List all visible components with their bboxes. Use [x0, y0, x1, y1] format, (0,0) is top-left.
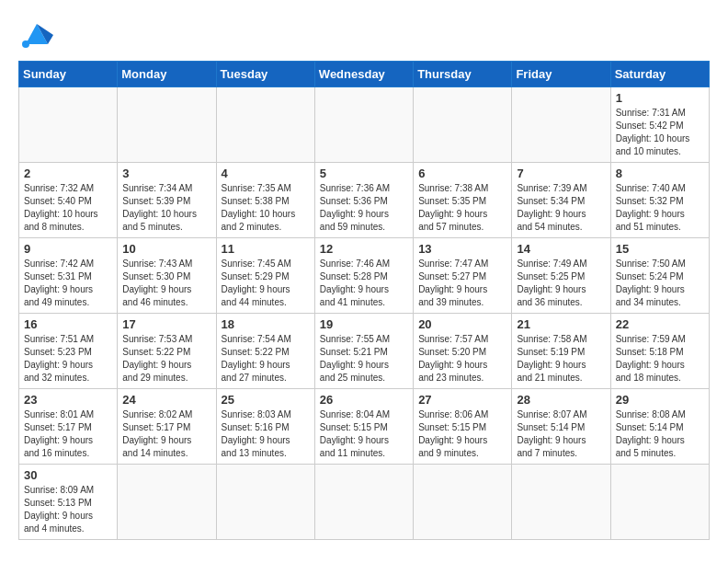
day-number: 19	[320, 317, 408, 331]
calendar-cell	[216, 465, 314, 540]
calendar-cell	[512, 87, 610, 163]
day-number: 17	[122, 317, 210, 331]
weekday-header-saturday: Saturday	[610, 62, 709, 87]
day-info: Sunrise: 7:50 AM Sunset: 5:24 PM Dayligh…	[616, 258, 704, 309]
week-row-6: 30Sunrise: 8:09 AM Sunset: 5:13 PM Dayli…	[19, 465, 710, 540]
day-info: Sunrise: 7:38 AM Sunset: 5:35 PM Dayligh…	[418, 182, 506, 234]
day-number: 5	[320, 167, 408, 180]
day-info: Sunrise: 8:07 AM Sunset: 5:14 PM Dayligh…	[517, 408, 605, 460]
day-info: Sunrise: 8:02 AM Sunset: 5:17 PM Dayligh…	[122, 408, 210, 460]
day-number: 7	[517, 167, 605, 180]
day-info: Sunrise: 7:47 AM Sunset: 5:27 PM Dayligh…	[418, 258, 506, 309]
day-number: 26	[320, 393, 408, 407]
day-info: Sunrise: 8:03 AM Sunset: 5:16 PM Dayligh…	[222, 408, 310, 460]
weekday-header-wednesday: Wednesday	[314, 62, 413, 87]
calendar-cell: 28Sunrise: 8:07 AM Sunset: 5:14 PM Dayli…	[512, 389, 610, 465]
day-number: 30	[24, 468, 112, 482]
logo-icon	[18, 18, 55, 52]
week-row-3: 9Sunrise: 7:42 AM Sunset: 5:31 PM Daylig…	[19, 238, 710, 314]
calendar-cell: 3Sunrise: 7:34 AM Sunset: 5:39 PM Daylig…	[118, 163, 216, 238]
day-info: Sunrise: 8:08 AM Sunset: 5:14 PM Dayligh…	[616, 408, 704, 460]
calendar-cell: 6Sunrise: 7:38 AM Sunset: 5:35 PM Daylig…	[414, 163, 512, 238]
week-row-2: 2Sunrise: 7:32 AM Sunset: 5:40 PM Daylig…	[19, 163, 710, 238]
day-info: Sunrise: 7:58 AM Sunset: 5:19 PM Dayligh…	[517, 333, 605, 385]
calendar-cell: 29Sunrise: 8:08 AM Sunset: 5:14 PM Dayli…	[610, 389, 709, 465]
day-number: 4	[222, 167, 310, 180]
day-number: 24	[122, 393, 210, 407]
day-number: 9	[24, 242, 112, 256]
day-number: 27	[418, 393, 506, 407]
weekday-header-monday: Monday	[118, 62, 216, 87]
day-info: Sunrise: 7:51 AM Sunset: 5:23 PM Dayligh…	[24, 333, 112, 385]
calendar-cell	[512, 465, 610, 540]
week-row-4: 16Sunrise: 7:51 AM Sunset: 5:23 PM Dayli…	[19, 314, 710, 389]
week-row-1: 1Sunrise: 7:31 AM Sunset: 5:42 PM Daylig…	[19, 87, 710, 163]
day-info: Sunrise: 7:54 AM Sunset: 5:22 PM Dayligh…	[222, 333, 310, 385]
calendar-cell: 21Sunrise: 7:58 AM Sunset: 5:19 PM Dayli…	[512, 314, 610, 389]
day-info: Sunrise: 7:32 AM Sunset: 5:40 PM Dayligh…	[24, 182, 112, 234]
day-info: Sunrise: 7:59 AM Sunset: 5:18 PM Dayligh…	[616, 333, 704, 385]
calendar-cell: 1Sunrise: 7:31 AM Sunset: 5:42 PM Daylig…	[610, 87, 709, 163]
day-number: 23	[24, 393, 112, 407]
calendar-cell	[414, 87, 512, 163]
day-number: 25	[222, 393, 310, 407]
calendar-cell: 17Sunrise: 7:53 AM Sunset: 5:22 PM Dayli…	[118, 314, 216, 389]
day-number: 1	[616, 91, 704, 105]
day-info: Sunrise: 7:43 AM Sunset: 5:30 PM Dayligh…	[122, 258, 210, 309]
day-info: Sunrise: 7:35 AM Sunset: 5:38 PM Dayligh…	[222, 182, 310, 234]
page-header	[18, 18, 710, 52]
calendar-cell: 12Sunrise: 7:46 AM Sunset: 5:28 PM Dayli…	[314, 238, 413, 314]
day-number: 20	[418, 317, 506, 331]
calendar-cell	[118, 87, 216, 163]
calendar-cell: 25Sunrise: 8:03 AM Sunset: 5:16 PM Dayli…	[216, 389, 314, 465]
calendar-cell: 16Sunrise: 7:51 AM Sunset: 5:23 PM Dayli…	[19, 314, 118, 389]
day-number: 16	[24, 317, 112, 331]
day-info: Sunrise: 7:42 AM Sunset: 5:31 PM Dayligh…	[24, 258, 112, 309]
weekday-header-sunday: Sunday	[19, 62, 118, 87]
calendar-header: SundayMondayTuesdayWednesdayThursdayFrid…	[19, 62, 710, 87]
calendar-cell: 26Sunrise: 8:04 AM Sunset: 5:15 PM Dayli…	[314, 389, 413, 465]
calendar-cell: 10Sunrise: 7:43 AM Sunset: 5:30 PM Dayli…	[118, 238, 216, 314]
svg-point-3	[22, 40, 29, 48]
calendar-body: 1Sunrise: 7:31 AM Sunset: 5:42 PM Daylig…	[19, 87, 710, 540]
day-info: Sunrise: 7:34 AM Sunset: 5:39 PM Dayligh…	[122, 182, 210, 234]
day-info: Sunrise: 7:49 AM Sunset: 5:25 PM Dayligh…	[517, 258, 605, 309]
calendar-cell: 13Sunrise: 7:47 AM Sunset: 5:27 PM Dayli…	[414, 238, 512, 314]
day-info: Sunrise: 7:36 AM Sunset: 5:36 PM Dayligh…	[320, 182, 408, 234]
calendar-cell: 22Sunrise: 7:59 AM Sunset: 5:18 PM Dayli…	[610, 314, 709, 389]
calendar-cell: 15Sunrise: 7:50 AM Sunset: 5:24 PM Dayli…	[610, 238, 709, 314]
day-info: Sunrise: 7:40 AM Sunset: 5:32 PM Dayligh…	[616, 182, 704, 234]
day-info: Sunrise: 7:46 AM Sunset: 5:28 PM Dayligh…	[320, 258, 408, 309]
calendar-cell	[314, 87, 413, 163]
calendar-cell: 8Sunrise: 7:40 AM Sunset: 5:32 PM Daylig…	[610, 163, 709, 238]
calendar-cell: 14Sunrise: 7:49 AM Sunset: 5:25 PM Dayli…	[512, 238, 610, 314]
calendar-cell	[118, 465, 216, 540]
day-info: Sunrise: 7:31 AM Sunset: 5:42 PM Dayligh…	[616, 107, 704, 158]
day-number: 8	[616, 167, 704, 180]
weekday-header-tuesday: Tuesday	[216, 62, 314, 87]
calendar-cell: 11Sunrise: 7:45 AM Sunset: 5:29 PM Dayli…	[216, 238, 314, 314]
day-number: 3	[122, 167, 210, 180]
calendar-cell	[314, 465, 413, 540]
day-number: 10	[122, 242, 210, 256]
calendar-cell: 5Sunrise: 7:36 AM Sunset: 5:36 PM Daylig…	[314, 163, 413, 238]
week-row-5: 23Sunrise: 8:01 AM Sunset: 5:17 PM Dayli…	[19, 389, 710, 465]
day-number: 21	[517, 317, 605, 331]
calendar-cell: 19Sunrise: 7:55 AM Sunset: 5:21 PM Dayli…	[314, 314, 413, 389]
calendar-cell: 27Sunrise: 8:06 AM Sunset: 5:15 PM Dayli…	[414, 389, 512, 465]
day-info: Sunrise: 7:55 AM Sunset: 5:21 PM Dayligh…	[320, 333, 408, 385]
calendar-cell	[414, 465, 512, 540]
calendar-cell: 4Sunrise: 7:35 AM Sunset: 5:38 PM Daylig…	[216, 163, 314, 238]
day-number: 6	[418, 167, 506, 180]
day-number: 15	[616, 242, 704, 256]
day-info: Sunrise: 8:01 AM Sunset: 5:17 PM Dayligh…	[24, 408, 112, 460]
calendar-cell: 9Sunrise: 7:42 AM Sunset: 5:31 PM Daylig…	[19, 238, 118, 314]
day-number: 22	[616, 317, 704, 331]
calendar-table: SundayMondayTuesdayWednesdayThursdayFrid…	[18, 61, 710, 540]
day-number: 12	[320, 242, 408, 256]
day-number: 28	[517, 393, 605, 407]
calendar-cell: 23Sunrise: 8:01 AM Sunset: 5:17 PM Dayli…	[19, 389, 118, 465]
calendar-cell: 24Sunrise: 8:02 AM Sunset: 5:17 PM Dayli…	[118, 389, 216, 465]
day-number: 29	[616, 393, 704, 407]
day-info: Sunrise: 7:39 AM Sunset: 5:34 PM Dayligh…	[517, 182, 605, 234]
